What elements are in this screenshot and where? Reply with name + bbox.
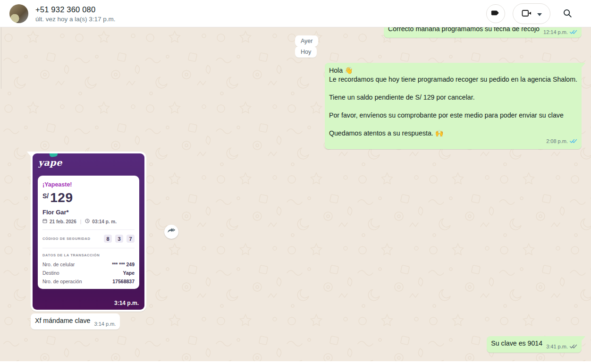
message-text: Correcto mañana programamos su fecha de … [388, 27, 540, 33]
search-icon [562, 8, 573, 20]
receipt-date: 21 feb. 2026 [50, 219, 76, 224]
message-line: Tiene un saldo pendiente de S/ 129 por c… [329, 93, 577, 102]
message-incoming-image[interactable]: yape ¡Yapeaste! S/ 129 Flor Gar* 21 feb.… [31, 152, 146, 312]
message-meta: 3:14 p.m. [94, 320, 116, 329]
message-meta: 3:41 p.m. [546, 342, 577, 352]
divider [42, 248, 135, 248]
divider [42, 229, 135, 230]
forward-button[interactable] [164, 225, 178, 239]
bubble-tail [580, 336, 585, 342]
receipt-title: ¡Yapeaste! [42, 181, 135, 188]
whatsapp-chat-window: +51 932 360 080 últ. vez hoy a la(s) 3:1… [0, 0, 591, 364]
double-check-read-icon [569, 30, 577, 35]
security-digit: 3 [115, 235, 123, 243]
message-meta: 2:08 p.m. [546, 137, 577, 146]
receipt-amount: S/ 129 [42, 191, 135, 204]
label-button[interactable] [486, 4, 505, 23]
yape-logo: yape [38, 157, 62, 168]
security-digit: 7 [127, 235, 135, 243]
transaction-data-label: DATOS DE LA TRANSACCIÓN [42, 253, 135, 257]
yape-receipt-image[interactable]: yape ¡Yapeaste! S/ 129 Flor Gar* 21 feb.… [33, 153, 144, 310]
security-code-label: CÓDIGO DE SEGURIDAD [42, 237, 90, 241]
message-text: Su clave es 9014 [491, 339, 542, 347]
message-text: Xf mándame clave [35, 317, 91, 324]
date-chip-ayer: Ayer [295, 35, 318, 47]
avatar[interactable] [9, 4, 28, 23]
forward-icon [167, 228, 176, 236]
double-check-read-icon [569, 139, 577, 144]
header-actions [486, 3, 577, 24]
receipt-time: 03:14 p. m. [92, 219, 117, 224]
bubble-tail [27, 152, 33, 158]
message-outgoing-cut[interactable]: Correcto mañana programamos su fecha de … [384, 27, 582, 38]
clock-icon [85, 219, 90, 224]
conversation-panel[interactable]: Correcto mañana programamos su fecha de … [0, 27, 591, 364]
separator: | [80, 219, 82, 224]
message-line: Quedamos atentos a su respuesta. 🙌 [329, 129, 577, 138]
message-line: Le recordamos que hoy tiene programado r… [329, 75, 577, 84]
image-message-time: 3:14 p.m. [114, 300, 139, 306]
composer-edge [0, 361, 591, 364]
message-outgoing-key[interactable]: Su clave es 90143:41 p.m. [487, 336, 582, 353]
chat-header: +51 932 360 080 últ. vez hoy a la(s) 3:1… [0, 0, 591, 27]
last-seen-status: últ. vez hoy a la(s) 3:17 p.m. [35, 16, 116, 23]
label-icon [490, 8, 501, 20]
message-incoming-request[interactable]: Xf mándame clave3:14 p.m. [31, 313, 120, 330]
peer-info[interactable]: +51 932 360 080 últ. vez hoy a la(s) 3:1… [35, 5, 116, 23]
transaction-row: Destino Yape [42, 270, 135, 276]
payee-name: Flor Gar* [42, 209, 135, 216]
chevron-down-icon [537, 10, 542, 17]
transaction-row: Nro. de celular *** *** 249 [42, 262, 135, 267]
panel-edge-line [1, 27, 1, 89]
double-check-delivered-icon [569, 344, 577, 350]
transaction-row: Nro. de operación 17568837 [42, 279, 135, 284]
receipt-datetime: 21 feb. 2026 | 03:14 p. m. [42, 219, 135, 224]
security-digit: 8 [104, 235, 112, 243]
message-meta: 12:14 p.m. [543, 28, 577, 37]
video-call-icon [521, 8, 532, 20]
message-line: Por favor, envíenos su comprobante por e… [329, 111, 577, 120]
search-button[interactable] [558, 4, 577, 23]
date-chip-hoy: Hoy [295, 46, 317, 58]
peer-phone-number: +51 932 360 080 [35, 5, 116, 14]
receipt-card: ¡Yapeaste! S/ 129 Flor Gar* 21 feb. 2026… [38, 176, 139, 289]
amount-value: 129 [50, 191, 73, 204]
security-code-row: CÓDIGO DE SEGURIDAD 8 3 7 [42, 235, 135, 243]
security-code-digits: 8 3 7 [104, 235, 135, 243]
video-call-button[interactable] [513, 3, 550, 24]
calendar-icon [42, 219, 47, 224]
currency-symbol: S/ [42, 192, 49, 200]
message-outgoing-reminder[interactable]: Hola 👋 Le recordamos que hoy tiene progr… [325, 63, 582, 149]
message-line: Hola 👋 [329, 66, 577, 75]
transaction-rows: Nro. de celular *** *** 249 Destino Yape… [42, 262, 135, 284]
bubble-tail [580, 63, 585, 69]
yape-logo-accent [49, 153, 58, 157]
